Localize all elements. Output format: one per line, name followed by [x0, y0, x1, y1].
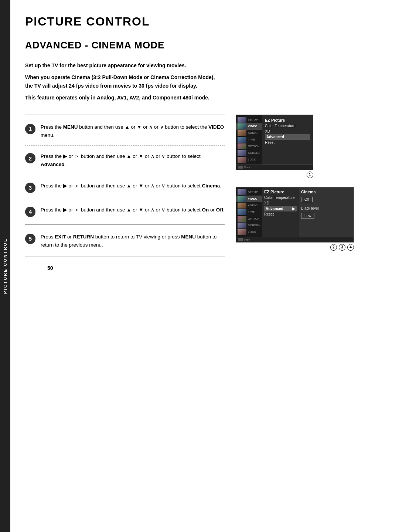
screenshot-1: SETUP VIDEO AUDIO — [236, 115, 313, 170]
menu2-row-time: TIME — [236, 209, 262, 216]
menu1-right-col: EZ Picture Color Temperature XD Advanced… — [262, 115, 313, 165]
screenshot1-annotation: 1 — [236, 172, 313, 178]
menu2-mid-advanced: Advanced ▶ — [264, 206, 297, 211]
top-divider — [25, 115, 225, 115]
intro-line1: Set up the TV for the best picture appea… — [25, 61, 217, 70]
menu2-time-label: TIME — [248, 210, 255, 214]
screen-thumb — [238, 150, 246, 156]
setup-thumb — [238, 117, 246, 123]
menu2-footer-icon — [238, 238, 243, 241]
lock-label: LOCK — [248, 158, 256, 161]
menu1-item-xd: XD — [265, 129, 310, 134]
divider-3 — [25, 199, 225, 199]
step-row-2: 2 Press the ▶ or ＞ button and then use ▲… — [25, 148, 225, 173]
menu2-mid-col: EZ Picture Color Temperature XD Advanced… — [262, 187, 299, 237]
menu1-item-colortemp: Color Temperature — [265, 123, 310, 129]
intro-line3: This feature operates only in Analog, AV… — [25, 94, 217, 102]
menu2-mid-ezpicture: EZ Picture — [264, 189, 297, 195]
video-label: VIDEO — [248, 125, 258, 128]
menu2-row-lock: LOCK — [236, 229, 262, 235]
menu2-footer-text: Prev . — [244, 238, 252, 241]
menu1-row-video: VIDEO — [236, 123, 262, 130]
page-title: PICTURE CONTROL — [25, 15, 381, 28]
menu2-right-off: Off — [301, 197, 313, 202]
menu2-row-screen: SCREEN — [236, 222, 262, 229]
menu2-video-thumb — [238, 196, 246, 202]
menu2-mid-colortemp: Color Temperature — [264, 195, 297, 200]
setup-label: SETUP — [248, 118, 258, 121]
menu1-row-screen: SCREEN — [236, 150, 262, 156]
menu2-advanced-arrow: ▶ — [292, 207, 295, 211]
audio-thumb — [238, 130, 246, 136]
steps-right: SETUP VIDEO AUDIO — [236, 111, 381, 261]
screen-label: SCREEN — [248, 151, 260, 155]
video-thumb — [238, 123, 246, 129]
option-label: OPTION — [248, 145, 260, 148]
menu2-audio-label: AUDIO — [248, 204, 258, 207]
menu2-right-off-container: Off — [301, 195, 351, 203]
menu2-right-low: Low — [301, 213, 314, 218]
audio-label: AUDIO — [248, 131, 258, 135]
steps-area: 1 Press the MENU button and then use ▲ o… — [25, 111, 381, 261]
step-number-3: 3 — [25, 183, 35, 193]
page-container: PICTURE CONTROL PICTURE CONTROL ADVANCED… — [0, 0, 399, 532]
menu1-row-option: OPTION — [236, 143, 262, 150]
menu2-left-col: SETUP VIDEO AUDIO — [236, 187, 262, 237]
menu2-setup-thumb — [238, 189, 246, 195]
menu1-item-ezpicture: EZ Picture — [265, 117, 310, 123]
menu2-option-thumb — [238, 216, 246, 222]
menu2-lock-label: LOCK — [248, 230, 256, 234]
intro-line2: When you operate Cinema (3:2 Pull-Down M… — [25, 73, 217, 90]
step-text-2: Press the ▶ or ＞ button and then use ▲ o… — [41, 152, 225, 169]
menu1-footer-text: Prev. — [244, 166, 250, 169]
menu2-video-label: VIDEO — [248, 197, 258, 200]
menu1-item-reset: Reset — [265, 140, 310, 145]
menu2-lock-thumb — [238, 229, 246, 235]
menu2-row-setup: SETUP — [236, 189, 262, 196]
step-text-5: Press EXIT or RETURN button to return to… — [41, 233, 225, 250]
divider-2 — [25, 175, 225, 175]
bottom-divider — [25, 257, 225, 257]
menu2-right-cinema-label: Cinema — [301, 189, 351, 195]
step-text-3: Press the ▶ or ＞ button and then use ▲ o… — [41, 182, 225, 190]
circle-1: 1 — [307, 172, 313, 178]
menu1-row-audio: AUDIO — [236, 130, 262, 136]
section-title: ADVANCED - CINEMA MODE — [25, 40, 381, 51]
step-text-4: Press the ▶ or ＞ button and then use ▲ o… — [41, 206, 225, 214]
step-row-1: 1 Press the MENU button and then use ▲ o… — [25, 119, 225, 143]
menu1-row-lock: LOCK — [236, 156, 262, 163]
menu2-footer: Prev . — [236, 237, 354, 242]
menu2-mid-xd: XD — [264, 200, 297, 206]
menu2-right-col: Cinema Off Black level Low — [299, 187, 354, 237]
step-text-1: Press the MENU button and then use ▲ or … — [41, 123, 225, 140]
footer-icon — [238, 166, 243, 169]
menu2-screen-label: SCREEN — [248, 224, 260, 227]
menu1-left-col: SETUP VIDEO AUDIO — [236, 115, 262, 165]
page-number: 50 — [47, 265, 399, 271]
time-label: TIME — [248, 138, 255, 141]
menu2-setup-label: SETUP — [248, 190, 258, 194]
menu2-row-option: OPTION — [236, 216, 262, 222]
menu2-option-label: OPTION — [248, 217, 260, 220]
menu1-row-time: TIME — [236, 136, 262, 143]
sidebar: PICTURE CONTROL — [0, 0, 10, 532]
menu2-row-audio: AUDIO — [236, 202, 262, 209]
intro-block: Set up the TV for the best picture appea… — [25, 61, 381, 102]
menu2-mid-reset: Reset — [264, 211, 297, 217]
circle-4: 4 — [347, 244, 354, 251]
screenshot-2: SETUP VIDEO AUDIO — [236, 187, 354, 243]
menu1-footer: Prev. — [236, 165, 313, 170]
lock-thumb — [238, 157, 246, 163]
step-number-2: 2 — [25, 153, 35, 163]
menu2-advanced-text: Advanced — [266, 207, 283, 211]
menu2-right-blacklevel-label: Black level — [301, 206, 351, 211]
step-number-5: 5 — [25, 234, 35, 244]
main-content: PICTURE CONTROL ADVANCED - CINEMA MODE S… — [10, 0, 399, 532]
menu2-screen-thumb — [238, 223, 246, 228]
circle-2: 2 — [330, 244, 337, 251]
menu2-audio-thumb — [238, 203, 246, 209]
divider-1 — [25, 145, 225, 146]
screenshot2-annotation: 2 3 4 — [236, 244, 354, 251]
menu2-row-video: VIDEO — [236, 196, 262, 202]
step-row-3: 3 Press the ▶ or ＞ button and then use ▲… — [25, 177, 225, 197]
